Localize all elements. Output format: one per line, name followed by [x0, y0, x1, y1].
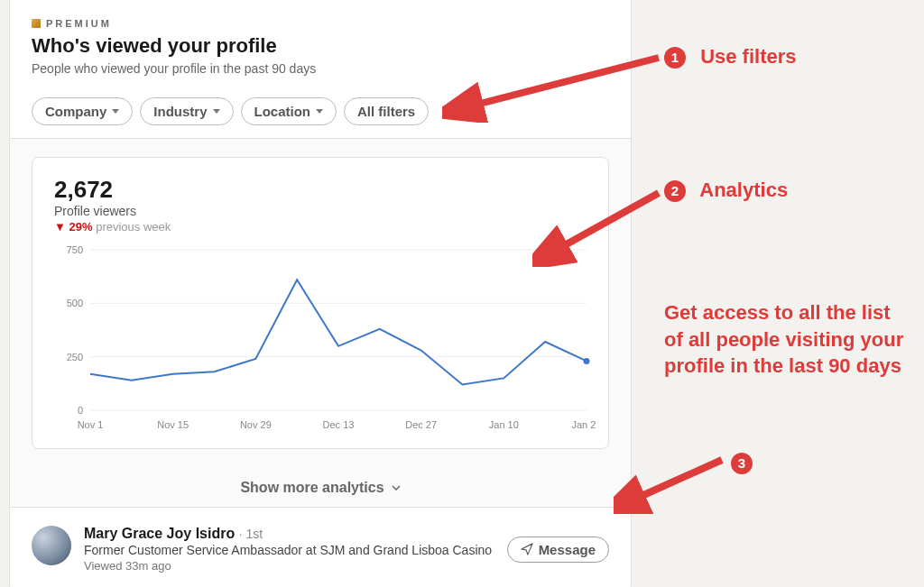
svg-text:250: 250 — [67, 352, 83, 362]
show-more-label: Show more analytics — [240, 480, 383, 496]
viewers-chart-card: 2,672 Profile viewers ▼ 29% previous wee… — [32, 157, 609, 449]
chevron-down-icon — [392, 485, 401, 491]
trend-down-icon: ▼ — [54, 220, 66, 234]
premium-badge: PREMIUM — [32, 18, 609, 29]
viewers-line-chart: 0250500750Nov 1Nov 15Nov 29Dec 13Dec 27J… — [54, 244, 596, 434]
message-button[interactable]: Message — [507, 537, 609, 563]
filter-location[interactable]: Location — [241, 97, 337, 125]
filter-bar: Company Industry Location All filters Re… — [10, 85, 631, 139]
annotation-1: 1 Use filters — [664, 43, 797, 70]
filter-industry[interactable]: Industry — [140, 97, 233, 125]
chevron-down-icon — [112, 109, 119, 114]
page-subtitle: People who viewed your profile in the pa… — [32, 61, 609, 76]
message-button-label: Message — [539, 542, 596, 557]
viewer-connection-degree: · 1st — [239, 527, 263, 541]
trend-line: ▼ 29% previous week — [54, 220, 587, 234]
trend-suffix: previous week — [96, 220, 171, 234]
profile-views-panel: PREMIUM Who's viewed your profile People… — [9, 0, 632, 587]
annotation-3-text: Get access to all the list of all people… — [664, 299, 908, 380]
annotation-badge-2: 2 — [664, 180, 686, 202]
send-icon — [521, 543, 533, 555]
premium-label: PREMIUM — [46, 18, 112, 29]
svg-text:0: 0 — [78, 405, 83, 416]
annotation-2: 2 Analytics — [664, 177, 788, 204]
chevron-down-icon — [213, 109, 220, 114]
avatar — [32, 526, 71, 565]
svg-text:Nov 1: Nov 1 — [78, 419, 104, 430]
premium-icon — [32, 19, 41, 28]
annotation-badge-1: 1 — [664, 47, 686, 69]
annotation-3-badge-wrap: 3 — [731, 449, 762, 476]
viewer-info: Mary Grace Joy Isidro · 1st Former Custo… — [84, 526, 494, 573]
viewer-count-label: Profile viewers — [54, 204, 587, 218]
filter-company[interactable]: Company — [32, 97, 133, 125]
filter-industry-label: Industry — [153, 104, 207, 119]
svg-text:Dec 27: Dec 27 — [405, 419, 437, 430]
viewer-name: Mary Grace Joy Isidro — [84, 526, 235, 541]
trend-percent: 29% — [69, 220, 93, 234]
chevron-down-icon — [316, 109, 323, 114]
svg-text:Jan 10: Jan 10 — [489, 419, 519, 430]
svg-point-15 — [584, 358, 590, 364]
analytics-section: 2,672 Profile viewers ▼ 29% previous wee… — [10, 139, 631, 467]
annotation-badge-3: 3 — [731, 453, 753, 474]
viewer-viewed-time: Viewed 33m ago — [84, 559, 494, 573]
show-more-analytics-button[interactable]: Show more analytics — [10, 467, 631, 508]
page-title: Who's viewed your profile — [32, 34, 609, 58]
svg-text:750: 750 — [67, 244, 83, 255]
filter-all-label: All filters — [357, 104, 415, 119]
svg-text:Dec 13: Dec 13 — [323, 419, 355, 430]
filter-all[interactable]: All filters — [344, 97, 429, 125]
svg-text:Nov 15: Nov 15 — [157, 419, 189, 430]
svg-line-18 — [632, 460, 722, 500]
viewer-list-item[interactable]: Mary Grace Joy Isidro · 1st Former Custo… — [10, 508, 631, 587]
viewer-headline: Former Customer Service Ambassador at SJ… — [84, 543, 494, 557]
filter-company-label: Company — [45, 104, 106, 119]
svg-text:Jan 24: Jan 24 — [571, 419, 596, 430]
panel-header: PREMIUM Who's viewed your profile People… — [10, 0, 631, 85]
filter-location-label: Location — [254, 104, 311, 119]
annotation-arrow-3 — [614, 451, 740, 514]
annotation-1-text: Use filters — [700, 45, 796, 68]
svg-text:Nov 29: Nov 29 — [240, 419, 272, 430]
reset-filters-button[interactable]: Reset — [436, 98, 491, 124]
svg-text:500: 500 — [67, 298, 83, 308]
viewer-count: 2,672 — [54, 176, 587, 204]
annotation-2-text: Analytics — [699, 179, 788, 201]
